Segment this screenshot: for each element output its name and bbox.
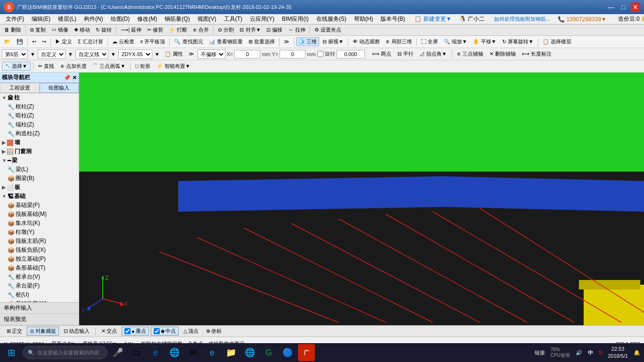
dynamic-view-button[interactable]: 👁 动态观察 [350, 37, 382, 46]
component-select[interactable]: 自定义 [38, 49, 66, 59]
trim-button[interactable]: ✂ 修剪 [145, 25, 165, 34]
snap-coord[interactable]: ⊕ 坐标 [203, 327, 224, 336]
menu-floor[interactable]: 楼层(L) [54, 15, 80, 24]
menu-view[interactable]: 视图(V) [194, 15, 220, 24]
rotate-button[interactable]: ↻ 旋转 [93, 25, 114, 34]
break-button[interactable]: ⚡ 打断 [166, 25, 190, 34]
fullscreen-button[interactable]: ⛶ 全屏 [419, 37, 440, 46]
snap-intersect[interactable]: ✕ 交点 [99, 327, 120, 336]
task-view-icon[interactable]: 🗂 [128, 344, 145, 361]
merge-button[interactable]: ⊕ 合并 [190, 25, 211, 34]
notification-icon[interactable]: 🔔 [632, 349, 642, 357]
menu-guangxiao[interactable]: 🐧 广小二 [455, 15, 488, 24]
sidebar-item-raft-neg[interactable]: 📦 筏板负筋(X) [0, 246, 79, 255]
network-status[interactable]: 链接 [533, 348, 547, 357]
calc-button[interactable]: Σ 汇总计算 [75, 37, 106, 46]
menu-edit[interactable]: 编辑(E) [28, 15, 54, 24]
find-elem-button[interactable]: 🔍 查找图元 [172, 37, 205, 46]
select-floor-button[interactable]: 📋 选择楼层 [540, 37, 574, 46]
sidebar-item-cap[interactable]: 📦 柱墩(Y) [0, 228, 79, 237]
view-rebar-button[interactable]: 📊 查看钢筋量 [206, 37, 245, 46]
redo-button[interactable]: ↪ [40, 38, 49, 46]
offset-button[interactable]: ⊡ 偏移 [264, 25, 285, 34]
align-button[interactable]: ⊟ 对齐▼ [237, 25, 263, 34]
snap-dynamic[interactable]: ⊡ 动态输入 [61, 327, 92, 336]
draw-input-button[interactable]: 绘图输入 [40, 83, 79, 93]
extend-button[interactable]: ⟶| 延伸 [118, 25, 144, 34]
midpoint-check[interactable] [154, 328, 160, 334]
menu-help-link[interactable]: 如何处理筏板附加钢筋... [490, 15, 554, 23]
menu-version[interactable]: 版本号(B) [377, 15, 409, 24]
folder-icon[interactable]: 📁 [223, 344, 239, 361]
ie-icon[interactable]: e [204, 344, 221, 361]
ggj-icon[interactable]: 广 [298, 344, 315, 361]
sidebar-item-beam-l[interactable]: 🔧 梁(L) [0, 165, 79, 174]
input-method[interactable]: 中 [586, 348, 595, 357]
maximize-button[interactable]: □ [619, 2, 628, 12]
menu-online[interactable]: 在线服务(S) [313, 15, 350, 24]
split-button[interactable]: ⊘ 分割 [215, 25, 236, 34]
sidebar-item-wall[interactable]: ▶ 🧱 墙 [0, 138, 79, 147]
menu-modify[interactable]: 修改(M) [133, 15, 161, 24]
dimension-button[interactable]: ⟷ 长度标注 [520, 49, 554, 58]
floor-select[interactable]: 第6层 [2, 49, 28, 59]
menu-coins[interactable]: 造价豆:0 🪙 [614, 15, 644, 24]
snap-object[interactable]: ◎ 对象捕捉 [27, 327, 59, 336]
sidebar-item-strip[interactable]: 📦 条形基础(T) [0, 263, 79, 272]
line-button[interactable]: ✏ 直线 [36, 62, 57, 71]
minimize-button[interactable]: — [606, 2, 616, 12]
clock[interactable]: 22:53 2018/5/1 [606, 345, 630, 361]
sidebar-item-raft-main[interactable]: 📦 筏板主筋(R) [0, 237, 79, 246]
menu-bim[interactable]: BIM应用(I) [278, 15, 313, 24]
3d-button[interactable]: 🧊 三维 [296, 37, 319, 46]
sidebar-item-cap-beam[interactable]: 🔧 承台梁(F) [0, 281, 79, 290]
menu-tools[interactable]: 工具(T) [220, 15, 246, 24]
sidebar-item-pile-cap[interactable]: 🔧 桩承台(V) [0, 272, 79, 281]
sidebar-item-isolated[interactable]: 📦 独立基础(P) [0, 255, 79, 263]
sidebar-item-window[interactable]: ▶ 🪟 门窗洞 [0, 147, 79, 156]
top-view-button[interactable]: ⊟ 俯视▼ [320, 37, 346, 46]
local-3d-button[interactable]: ⊕ 局部三维 [383, 37, 414, 46]
green-icon[interactable]: G [260, 344, 277, 361]
y-input[interactable] [280, 50, 305, 58]
level-top-button[interactable]: ≡ 齐平板顶 [138, 37, 167, 46]
menu-draw[interactable]: 绘图(D) [107, 15, 134, 24]
menu-rebar[interactable]: 钢筋量(Q) [161, 15, 193, 24]
x-input[interactable] [234, 50, 260, 58]
close-button[interactable]: ✕ [631, 2, 640, 12]
eng-setup-button[interactable]: 工程设置 [0, 83, 40, 93]
sidebar-item-frame-col[interactable]: 🔧 框柱(Z) [0, 102, 79, 111]
rotate-input[interactable] [337, 50, 365, 58]
properties-button[interactable]: 📋 属性 [162, 49, 185, 58]
menu-phone[interactable]: 📞 13907298339▼ [554, 16, 611, 23]
sidebar-item-beam[interactable]: ▼ ━ 梁 [0, 156, 79, 165]
profile-select[interactable]: ZDYX-55 [118, 49, 152, 59]
antivirus-icon[interactable]: S [597, 349, 604, 356]
browser-icon[interactable]: 🌐 [166, 344, 183, 361]
sidebar-item-found-beam[interactable]: 📦 基础梁(F) [0, 201, 79, 210]
sidebar-item-dark-col[interactable]: 🔧 暗柱(Z) [0, 111, 79, 120]
rotate-checkbox[interactable] [317, 51, 323, 57]
mirror-button[interactable]: ⇔ 镜像 [49, 25, 71, 34]
zoom-button[interactable]: 🔍 缩放▼ [441, 37, 470, 46]
mail-icon[interactable]: ✉ [185, 344, 202, 361]
sidebar-item-sump[interactable]: 📦 集水坑(K) [0, 219, 79, 228]
select-button[interactable]: ↖ 选择▼ [2, 62, 31, 71]
pan-button[interactable]: ✋ 平移▼ [471, 37, 499, 46]
sidebar-item-pile[interactable]: 🔧 桩(U) [0, 290, 79, 299]
taskbar-search[interactable]: 🔍 在这里输入你要搜索的内容 [23, 346, 107, 359]
lift-angle-button[interactable]: ⊿ 抬点角▼ [417, 49, 449, 58]
parallel-button[interactable]: ⊟ 平行 [395, 49, 416, 58]
save-button[interactable]: 💾 [14, 38, 25, 46]
batch-select-button[interactable]: ⊞ 批量选择 [246, 37, 277, 46]
volume-icon[interactable]: 🔊 [574, 349, 584, 357]
menu-file[interactable]: 文件(F) [2, 15, 28, 24]
snap-endpoint[interactable]: ● 重点 [122, 327, 149, 336]
two-point-button[interactable]: ⟺ 两点 [370, 49, 394, 58]
linetype-select[interactable]: 自定义线 [75, 49, 108, 59]
screen-rotate-button[interactable]: ↻ 屏幕旋转▼ [500, 37, 536, 46]
sidebar-item-struct-col[interactable]: 🔧 构造柱(Z) [0, 129, 79, 138]
endpoint-check[interactable] [124, 328, 131, 334]
setgrip-button[interactable]: ⚙ 设置夹点 [312, 25, 344, 34]
snap-vertex[interactable]: △ 顶点 [181, 327, 201, 336]
